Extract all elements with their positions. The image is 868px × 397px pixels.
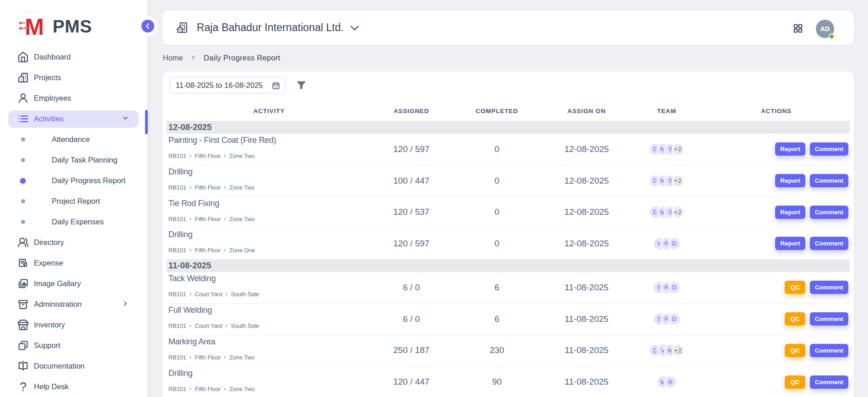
svg-text:M: M (25, 14, 44, 40)
svg-text:?: ? (20, 381, 27, 392)
